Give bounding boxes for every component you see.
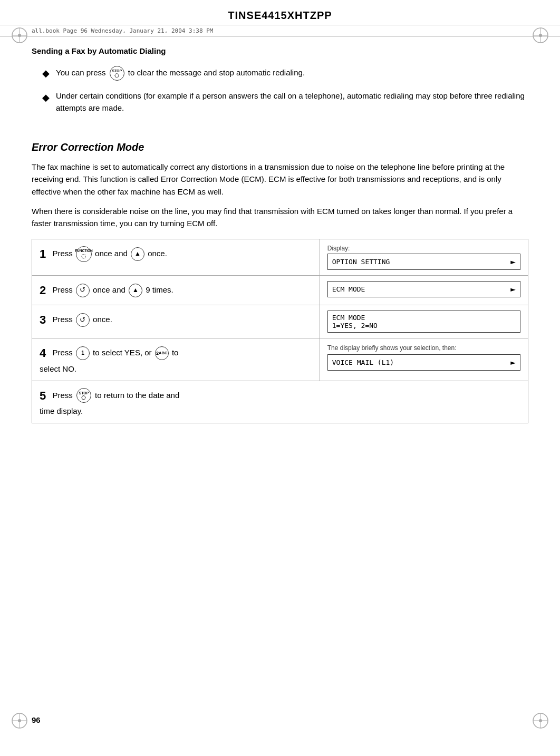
stop-button-icon-1: STOP ◌ xyxy=(110,66,124,81)
step-2-display-text: ECM MODE xyxy=(332,285,365,293)
btn-1-icon: 1 xyxy=(76,346,90,360)
nav-button-icon-2: ▲ xyxy=(129,284,142,297)
corner-decoration-tl xyxy=(9,25,30,45)
step-3-left: 3 Press ↺ once. xyxy=(32,305,320,338)
bullet-text-2: Under certain conditions (for example if… xyxy=(56,90,528,114)
section-heading: Sending a Fax by Automatic Dialing xyxy=(0,37,560,61)
step-4-display-box: VOICE MAIL (L1) ► xyxy=(327,354,520,371)
bullet-diamond-1: ◆ xyxy=(42,66,50,81)
step-2-press-label: Press xyxy=(52,285,75,294)
step-4-yes-text: to select YES, or xyxy=(93,348,154,357)
ecm-body-1: The fax machine is set to automatically … xyxy=(32,161,528,198)
btn-2abc-icon: 2ABC xyxy=(155,346,169,360)
file-info: all.book Page 96 Wednesday, January 21, … xyxy=(0,25,560,37)
step-5-press-label: Press xyxy=(52,390,75,399)
table-row: 1 Press FUNCTION ◌ once and ▲ once. Disp… xyxy=(32,239,528,276)
step-3-right: ECM MODE 1=YES, 2=NO xyxy=(320,305,528,338)
step-1-left: 1 Press FUNCTION ◌ once and ▲ once. xyxy=(32,239,320,276)
step-3-display-line1: ECM MODE xyxy=(332,314,516,322)
step-1-display-box: OPTION SETTING ► xyxy=(327,254,520,270)
step-2-9times: 9 times. xyxy=(146,285,173,294)
step-2-number: 2 xyxy=(40,284,46,297)
step-2-once-and: once and xyxy=(93,285,128,294)
nav-button-icon-1: ▲ xyxy=(131,247,144,261)
step-2-display-box: ECM MODE ► xyxy=(327,281,520,297)
step-1-once: once. xyxy=(148,249,167,258)
function-button-icon: FUNCTION ◌ xyxy=(76,246,92,262)
corner-decoration-bl xyxy=(9,711,30,731)
table-row: 4 Press 1 to select YES, or 2ABC toselec… xyxy=(32,338,528,381)
table-row: 3 Press ↺ once. ECM MODE 1=YES, 2=NO xyxy=(32,305,528,338)
back-button-icon-2: ↺ xyxy=(76,284,90,297)
step-1-display-text: OPTION SETTING xyxy=(332,258,390,266)
step-4-display-note: The display briefly shows your selection… xyxy=(327,344,520,353)
table-row: 2 Press ↺ once and ▲ 9 times. ECM MODE ► xyxy=(32,276,528,305)
step-4-display-arrow: ► xyxy=(510,357,516,367)
bullet-text-1: You can press STOP ◌ to clear the messag… xyxy=(56,66,305,81)
step-1-number: 1 xyxy=(40,247,46,260)
bullets-section: ◆ You can press STOP ◌ to clear the mess… xyxy=(0,61,560,129)
step-3-number: 3 xyxy=(40,313,46,326)
step-2-left: 2 Press ↺ once and ▲ 9 times. xyxy=(32,276,320,305)
step-1-right: Display: OPTION SETTING ► xyxy=(320,239,528,276)
steps-table: 1 Press FUNCTION ◌ once and ▲ once. Disp… xyxy=(32,239,528,423)
step-3-display-box: ECM MODE 1=YES, 2=NO xyxy=(327,311,520,333)
step-2-right: ECM MODE ► xyxy=(320,276,528,305)
corner-decoration-br xyxy=(530,711,551,731)
page-header: TINSE4415XHTZPP xyxy=(0,0,560,25)
bullet-diamond-2: ◆ xyxy=(42,91,50,105)
corner-decoration-tr xyxy=(530,25,551,45)
step-5-number: 5 xyxy=(40,389,46,402)
bullet-item-2: ◆ Under certain conditions (for example … xyxy=(42,90,528,114)
step-4-right: The display briefly shows your selection… xyxy=(320,338,528,381)
step-4-display-text: VOICE MAIL (L1) xyxy=(332,358,394,366)
bullet-item-1: ◆ You can press STOP ◌ to clear the mess… xyxy=(42,66,528,81)
ecm-section: Error Correction Mode The fax machine is… xyxy=(0,129,560,429)
step-1-display-label: Display: xyxy=(327,245,520,252)
step-4-left: 4 Press 1 to select YES, or 2ABC toselec… xyxy=(32,338,320,381)
step-4-number: 4 xyxy=(40,346,46,360)
step-3-press-label: Press xyxy=(52,315,75,324)
table-row: 5 Press STOP ◌ to return to the date and… xyxy=(32,381,528,423)
step-5-left: 5 Press STOP ◌ to return to the date and… xyxy=(32,381,528,423)
ecm-title: Error Correction Mode xyxy=(32,141,528,153)
ecm-body-2: When there is considerable noise on the … xyxy=(32,205,528,230)
step-1-once-and: once and xyxy=(95,249,130,258)
step-3-once: once. xyxy=(93,315,112,324)
step-3-display-line2: 1=YES, 2=NO xyxy=(332,322,516,329)
stop-button-icon-5: STOP ◌ xyxy=(76,388,91,403)
step-1-press-label: Press xyxy=(52,249,75,258)
step-4-press-label: Press xyxy=(52,348,75,357)
step-1-display-arrow: ► xyxy=(510,257,516,267)
back-button-icon-3: ↺ xyxy=(76,313,90,327)
step-2-display-arrow: ► xyxy=(510,284,516,294)
page-number: 96 xyxy=(32,715,41,724)
